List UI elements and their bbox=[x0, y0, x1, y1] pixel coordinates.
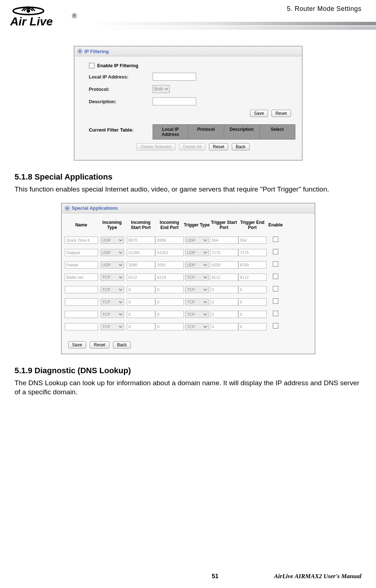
sa-trigger-end-input[interactable] bbox=[238, 323, 267, 330]
sa-trigger-start-input[interactable] bbox=[210, 261, 238, 269]
sa-trigger-type-select[interactable]: UDP bbox=[185, 261, 209, 269]
sa-incoming-type-select[interactable]: TCP bbox=[101, 298, 124, 306]
section-519-body: The DNS Lookup can look up for informati… bbox=[15, 378, 361, 397]
delete-all-button[interactable]: Delete All bbox=[179, 143, 206, 150]
sa-enable-checkbox[interactable] bbox=[273, 261, 278, 267]
sa-trigger-start-input[interactable] bbox=[210, 286, 238, 293]
sa-row: UDPUDP bbox=[62, 247, 315, 258]
sa-incoming-type-select[interactable]: TCP bbox=[101, 274, 124, 281]
local-ip-input[interactable] bbox=[153, 73, 196, 81]
reset-button[interactable]: Reset bbox=[271, 110, 291, 117]
sa-reset-button[interactable]: Reset bbox=[90, 341, 109, 349]
sa-table-header: Name Incoming Type Incoming Start Port I… bbox=[62, 213, 315, 235]
sa-incoming-end-input[interactable] bbox=[155, 261, 184, 269]
sa-enable-checkbox[interactable] bbox=[273, 298, 278, 304]
sa-trigger-type-select[interactable]: UDP bbox=[185, 237, 209, 244]
sa-trigger-end-input[interactable] bbox=[238, 286, 267, 293]
section-518-body: This function enables special Internet a… bbox=[15, 185, 361, 194]
save-button[interactable]: Save bbox=[250, 110, 268, 117]
sa-back-button[interactable]: Back bbox=[113, 341, 131, 349]
sa-name-input[interactable] bbox=[65, 249, 98, 256]
sa-incoming-start-input[interactable] bbox=[127, 274, 155, 281]
sa-incoming-start-input[interactable] bbox=[127, 311, 155, 318]
sa-name-input[interactable] bbox=[65, 261, 98, 269]
back-button[interactable]: Back bbox=[232, 143, 250, 150]
page-header: Air Live ® 5. Router Mode Settings bbox=[0, 0, 376, 36]
th-incoming-type: Incoming Type bbox=[98, 220, 126, 230]
sa-incoming-end-input[interactable] bbox=[155, 249, 184, 256]
sa-enable-checkbox[interactable] bbox=[273, 286, 278, 291]
sa-incoming-end-input[interactable] bbox=[155, 323, 184, 330]
sa-enable-checkbox[interactable] bbox=[273, 249, 278, 254]
sa-incoming-type-select[interactable]: UDP bbox=[101, 237, 124, 244]
sa-incoming-type-select[interactable]: TCP bbox=[101, 286, 124, 293]
sa-trigger-start-input[interactable] bbox=[210, 249, 238, 256]
sa-enable-checkbox[interactable] bbox=[273, 323, 278, 329]
sa-rows: UDPUDPUDPUDPUDPUDPTCPTCPTCPTCPTCPTCPTCPT… bbox=[62, 235, 315, 338]
local-ip-label: Local IP Address: bbox=[89, 74, 153, 80]
enable-ip-filtering-checkbox[interactable] bbox=[89, 63, 94, 68]
sa-incoming-start-input[interactable] bbox=[127, 323, 155, 330]
sa-name-input[interactable] bbox=[65, 323, 98, 330]
sa-incoming-start-input[interactable] bbox=[127, 261, 155, 269]
sa-trigger-type-select[interactable]: TCP bbox=[185, 311, 209, 318]
sa-trigger-end-input[interactable] bbox=[238, 298, 267, 306]
sa-trigger-start-input[interactable] bbox=[210, 298, 238, 306]
sa-trigger-end-input[interactable] bbox=[238, 237, 267, 244]
sa-trigger-start-input[interactable] bbox=[210, 237, 238, 244]
sa-incoming-start-input[interactable] bbox=[127, 237, 155, 244]
sa-trigger-type-select[interactable]: TCP bbox=[185, 298, 209, 306]
sa-incoming-end-input[interactable] bbox=[155, 311, 184, 318]
section-519-title: 5.1.9 Diagnostic (DNS Lookup) bbox=[15, 366, 361, 375]
sa-name-input[interactable] bbox=[65, 298, 98, 306]
th-trigger-type: Trigger Type bbox=[184, 222, 210, 227]
sa-trigger-start-input[interactable] bbox=[210, 274, 238, 281]
sa-incoming-start-input[interactable] bbox=[127, 298, 155, 306]
sa-incoming-end-input[interactable] bbox=[155, 298, 184, 306]
protocol-select[interactable]: Both bbox=[153, 85, 170, 93]
sa-incoming-type-select[interactable]: TCP bbox=[101, 311, 124, 318]
reset-button-2[interactable]: Reset bbox=[209, 143, 228, 150]
sa-trigger-type-select[interactable]: TCP bbox=[185, 323, 209, 330]
special-applications-header: Special Applications bbox=[62, 204, 315, 213]
ip-filtering-panel: IP Filtering Enable IP Filtering Local I… bbox=[74, 46, 303, 161]
sa-name-input[interactable] bbox=[65, 274, 98, 281]
sa-name-input[interactable] bbox=[65, 286, 98, 293]
sa-trigger-end-input[interactable] bbox=[238, 249, 267, 256]
sa-incoming-start-input[interactable] bbox=[127, 286, 155, 293]
sa-name-input[interactable] bbox=[65, 311, 98, 318]
sa-incoming-end-input[interactable] bbox=[155, 274, 184, 281]
panel-title: IP Filtering bbox=[85, 49, 109, 54]
filter-table-header: Local IP Address Protocol Description Se… bbox=[153, 124, 295, 140]
manual-title: AirLive AIRMAX2 User's Manual bbox=[274, 573, 361, 580]
chapter-title: 5. Router Mode Settings bbox=[287, 5, 361, 13]
sa-enable-checkbox[interactable] bbox=[273, 311, 278, 316]
sa-enable-checkbox[interactable] bbox=[273, 274, 278, 279]
sa-trigger-end-input[interactable] bbox=[238, 261, 267, 269]
delete-selected-button[interactable]: Delete Selected bbox=[137, 143, 175, 150]
sa-save-button[interactable]: Save bbox=[68, 341, 86, 349]
description-input[interactable] bbox=[153, 97, 196, 105]
sa-enable-checkbox[interactable] bbox=[273, 237, 278, 242]
sa-name-input[interactable] bbox=[65, 237, 98, 244]
protocol-label: Protocol: bbox=[89, 86, 153, 92]
sa-trigger-end-input[interactable] bbox=[238, 274, 267, 281]
sa-trigger-type-select[interactable]: TCP bbox=[185, 274, 209, 281]
sa-incoming-type-select[interactable]: UDP bbox=[101, 261, 124, 269]
sa-row: TCPTCP bbox=[62, 285, 315, 295]
sa-trigger-end-input[interactable] bbox=[238, 311, 267, 318]
sa-incoming-end-input[interactable] bbox=[155, 286, 184, 293]
sa-incoming-type-select[interactable]: TCP bbox=[101, 323, 124, 330]
sa-incoming-end-input[interactable] bbox=[155, 237, 184, 244]
sa-trigger-type-select[interactable]: UDP bbox=[185, 249, 209, 256]
sa-trigger-start-input[interactable] bbox=[210, 323, 238, 330]
radio-icon bbox=[77, 49, 82, 54]
sa-trigger-type-select[interactable]: TCP bbox=[185, 286, 209, 293]
sa-row: TCPTCP bbox=[62, 322, 315, 332]
sa-incoming-type-select[interactable]: UDP bbox=[101, 249, 124, 256]
th-protocol: Protocol bbox=[189, 125, 224, 139]
sa-trigger-start-input[interactable] bbox=[210, 311, 238, 318]
th-local-ip: Local IP Address bbox=[153, 125, 189, 139]
enable-ip-filtering-label: Enable IP Filtering bbox=[97, 63, 138, 68]
sa-incoming-start-input[interactable] bbox=[127, 249, 155, 256]
